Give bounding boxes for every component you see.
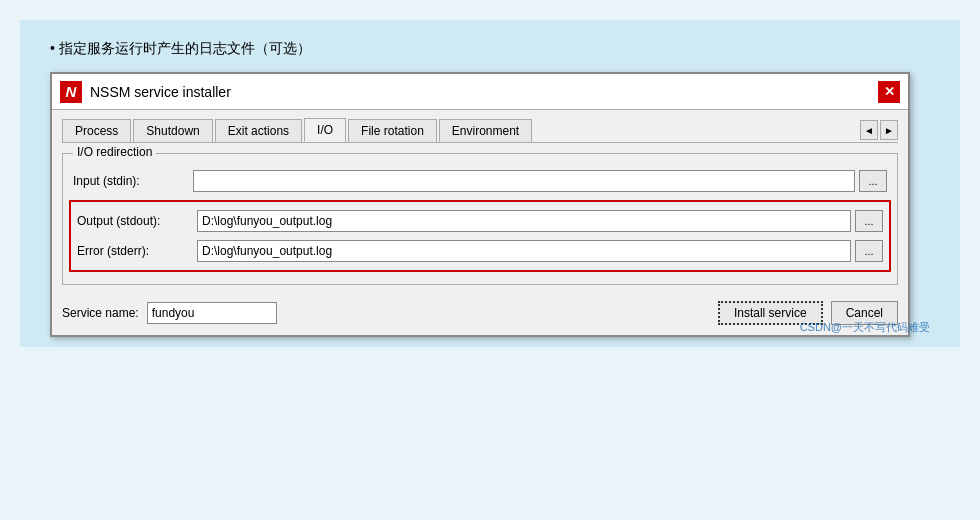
tab-exit-actions[interactable]: Exit actions [215,119,302,142]
tab-io[interactable]: I/O [304,118,346,142]
stdout-label: Output (stdout): [77,214,197,228]
tab-scroll-right-button[interactable]: ► [880,120,898,140]
stderr-browse-button[interactable]: ... [855,240,883,262]
stderr-label: Error (stderr): [77,244,197,258]
io-redirection-group: I/O redirection Input (stdin): ... Outpu… [62,153,898,285]
stdout-browse-button[interactable]: ... [855,210,883,232]
stdin-label: Input (stdin): [73,174,193,188]
stdin-input[interactable] [193,170,855,192]
stdout-row: Output (stdout): ... [77,210,883,232]
bullet-text: • 指定服务运行时产生的日志文件（可选） [50,40,930,58]
title-bar: N NSSM service installer ✕ [52,74,908,110]
nssm-logo-icon: N [60,81,82,103]
watermark: CSDN@一天不写代码难受 [800,320,930,335]
tabs-row: Process Shutdown Exit actions I/O File r… [62,118,898,143]
stdout-input[interactable] [197,210,851,232]
stderr-input[interactable] [197,240,851,262]
tab-scroll-left-button[interactable]: ◄ [860,120,878,140]
title-bar-left: N NSSM service installer [60,81,231,103]
window-body: Process Shutdown Exit actions I/O File r… [52,110,908,335]
io-section-legend: I/O redirection [73,145,156,159]
close-button[interactable]: ✕ [878,81,900,103]
window-title: NSSM service installer [90,84,231,100]
bottom-bar: Service name: Install service Cancel [62,295,898,325]
tab-file-rotation[interactable]: File rotation [348,119,437,142]
tab-environment[interactable]: Environment [439,119,532,142]
nssm-window: N NSSM service installer ✕ Process Shutd… [50,72,910,337]
tab-process[interactable]: Process [62,119,131,142]
service-name-label: Service name: [62,306,139,320]
service-name-input[interactable] [147,302,277,324]
page-background: • 指定服务运行时产生的日志文件（可选） N NSSM service inst… [20,20,960,347]
stdin-row: Input (stdin): ... [73,170,887,192]
stderr-row: Error (stderr): ... [77,240,883,262]
stdin-browse-button[interactable]: ... [859,170,887,192]
highlight-box: Output (stdout): ... Error (stderr): ... [69,200,891,272]
tab-shutdown[interactable]: Shutdown [133,119,212,142]
tab-scroll-buttons: ◄ ► [860,120,898,140]
